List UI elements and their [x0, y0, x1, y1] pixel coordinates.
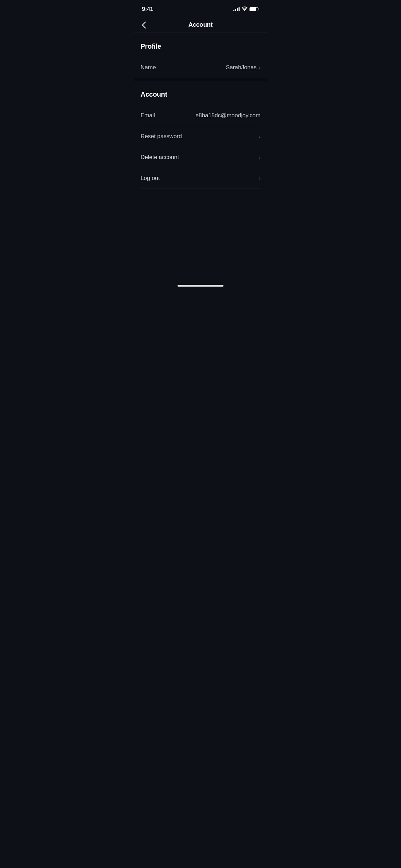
name-row[interactable]: Name SarahJonas ›	[141, 57, 260, 78]
signal-icon	[233, 7, 240, 11]
reset-password-chevron: ›	[259, 133, 260, 140]
email-label: Email	[141, 112, 155, 119]
delete-account-row[interactable]: Delete account ›	[141, 147, 260, 168]
reset-password-label: Reset password	[141, 133, 182, 140]
battery-icon	[250, 7, 259, 11]
delete-account-chevron: ›	[259, 154, 260, 160]
nav-header: Account	[134, 17, 267, 33]
log-out-chevron: ›	[259, 175, 260, 181]
status-icons	[233, 6, 259, 12]
profile-section: Profile Name SarahJonas ›	[134, 33, 267, 78]
profile-section-title: Profile	[141, 43, 260, 50]
back-button[interactable]	[141, 20, 147, 30]
page-title: Account	[189, 21, 213, 28]
content-area: Profile Name SarahJonas › Account Email …	[134, 33, 267, 285]
status-time: 9:41	[142, 6, 153, 13]
account-section: Account Email e8ba15dc@moodjoy.com Reset…	[134, 81, 267, 189]
name-label: Name	[141, 64, 156, 71]
email-row: Email e8ba15dc@moodjoy.com	[141, 105, 260, 126]
name-value: SarahJonas	[226, 64, 257, 71]
status-bar: 9:41	[134, 0, 267, 17]
log-out-label: Log out	[141, 175, 160, 182]
email-value: e8ba15dc@moodjoy.com	[195, 112, 260, 119]
log-out-row[interactable]: Log out ›	[141, 168, 260, 189]
section-divider	[134, 78, 267, 81]
reset-password-row[interactable]: Reset password ›	[141, 126, 260, 147]
account-section-title: Account	[141, 91, 260, 98]
wifi-icon	[242, 6, 247, 12]
delete-account-label: Delete account	[141, 154, 179, 161]
name-chevron: ›	[259, 64, 260, 71]
home-indicator	[178, 285, 223, 287]
